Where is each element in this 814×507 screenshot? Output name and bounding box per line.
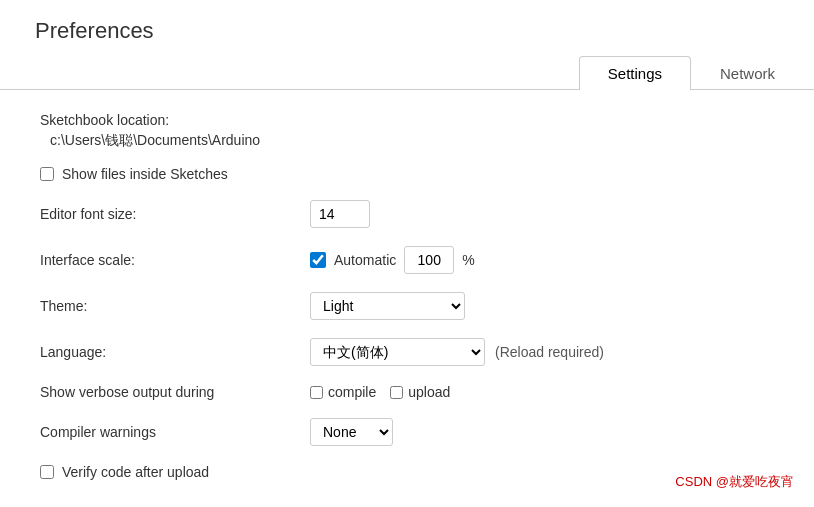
show-files-row: Show files inside Sketches xyxy=(40,166,774,182)
verify-checkbox[interactable] xyxy=(40,465,54,479)
scale-input[interactable] xyxy=(404,246,454,274)
verbose-compile-checkbox[interactable] xyxy=(310,386,323,399)
sketchbook-path: c:\Users\钱聪\Documents\Arduino xyxy=(50,132,774,150)
theme-row: Theme: Light Dark System Default xyxy=(40,292,774,320)
watermark: CSDN @就爱吃夜宵 xyxy=(675,473,794,491)
compiler-warnings-row: Compiler warnings None Default More All xyxy=(40,418,774,446)
page-title: Preferences xyxy=(0,0,814,56)
theme-select[interactable]: Light Dark System Default xyxy=(310,292,465,320)
show-files-label: Show files inside Sketches xyxy=(62,166,228,182)
theme-label: Theme: xyxy=(40,298,310,314)
tab-network[interactable]: Network xyxy=(691,56,804,90)
interface-scale-row: Interface scale: Automatic % xyxy=(40,246,774,274)
font-size-label: Editor font size: xyxy=(40,206,310,222)
language-row: Language: 中文(简体) English Deutsch Françai… xyxy=(40,338,774,366)
verbose-label: Show verbose output during xyxy=(40,384,310,400)
compiler-warnings-label: Compiler warnings xyxy=(40,424,310,440)
verify-row: Verify code after upload xyxy=(40,464,774,480)
scale-area: Automatic % xyxy=(310,246,475,274)
verbose-checks: compile upload xyxy=(310,384,450,400)
sketchbook-label: Sketchbook location: xyxy=(40,112,774,128)
language-select[interactable]: 中文(简体) English Deutsch Français xyxy=(310,338,485,366)
verbose-compile-label: compile xyxy=(310,384,376,400)
verbose-row: Show verbose output during compile uploa… xyxy=(40,384,774,400)
compiler-warnings-select[interactable]: None Default More All xyxy=(310,418,393,446)
sketchbook-section: Sketchbook location: c:\Users\钱聪\Documen… xyxy=(40,112,774,150)
verify-label: Verify code after upload xyxy=(62,464,209,480)
interface-scale-label: Interface scale: xyxy=(40,252,310,268)
settings-content: Sketchbook location: c:\Users\钱聪\Documen… xyxy=(0,90,814,507)
verbose-upload-checkbox[interactable] xyxy=(390,386,403,399)
scale-unit: % xyxy=(462,252,474,268)
verbose-compile-text: compile xyxy=(328,384,376,400)
verbose-upload-text: upload xyxy=(408,384,450,400)
tabs-bar: Settings Network xyxy=(0,56,814,90)
language-label: Language: xyxy=(40,344,310,360)
font-size-row: Editor font size: xyxy=(40,200,774,228)
automatic-label: Automatic xyxy=(334,252,396,268)
show-files-checkbox[interactable] xyxy=(40,167,54,181)
verbose-upload-label: upload xyxy=(390,384,450,400)
tab-settings[interactable]: Settings xyxy=(579,56,691,90)
automatic-checkbox[interactable] xyxy=(310,252,326,268)
font-size-input[interactable] xyxy=(310,200,370,228)
reload-note: (Reload required) xyxy=(495,344,604,360)
